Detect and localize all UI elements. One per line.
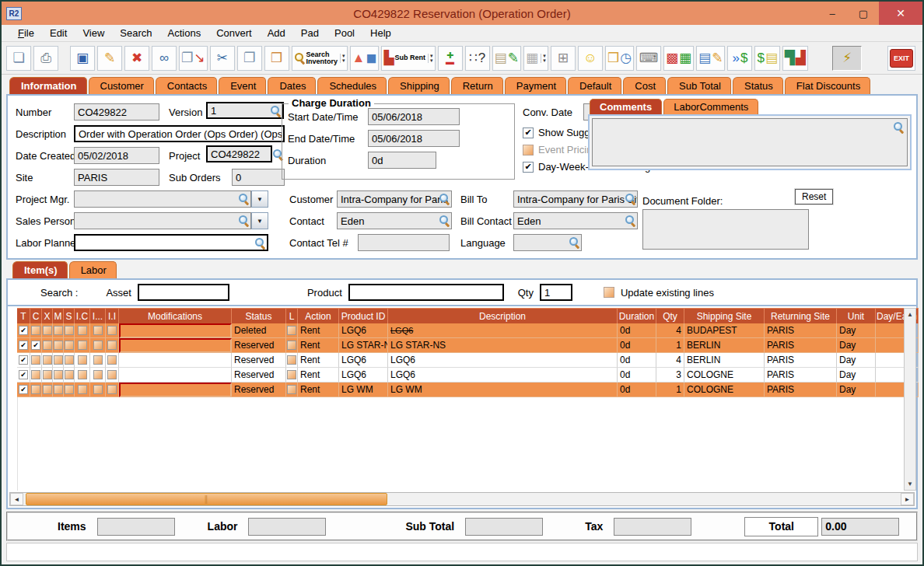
org-chart-button[interactable]: ⊞ xyxy=(551,46,576,71)
checkbox-icon[interactable]: ✔ xyxy=(19,355,28,365)
number-field[interactable]: CO429822 xyxy=(74,103,159,121)
menu-item-pad[interactable]: Pad xyxy=(294,26,326,40)
column-header-product-id[interactable]: Product ID xyxy=(339,308,388,323)
checkbox-icon[interactable] xyxy=(78,355,87,365)
l-checkbox-cell[interactable] xyxy=(286,338,298,353)
qty-input[interactable]: 1 xyxy=(540,284,572,301)
keyboard-key-button[interactable]: ⌨ xyxy=(636,46,661,71)
reset-button[interactable]: Reset xyxy=(795,189,833,204)
scroll-up-icon[interactable]: ▲ xyxy=(907,309,913,320)
row-checkbox-cell[interactable] xyxy=(90,368,106,383)
row-checkbox-cell[interactable]: ✔ xyxy=(17,323,30,338)
copy-button[interactable]: ❐ xyxy=(237,46,262,71)
table-row[interactable]: ✔ReservedRentLGQ6LGQ60d3COLOGNEPARISDay xyxy=(17,368,904,383)
row-checkbox-cell[interactable] xyxy=(30,353,42,368)
row-checkbox-cell[interactable] xyxy=(64,353,75,368)
language-search-icon[interactable] xyxy=(569,236,580,248)
scroll-left-icon[interactable]: ◄ xyxy=(10,493,23,505)
tab-dates[interactable]: Dates xyxy=(268,77,316,94)
column-header-i-i[interactable]: I.I xyxy=(106,308,119,323)
menu-item-edit[interactable]: Edit xyxy=(43,26,74,40)
checkbox-icon[interactable] xyxy=(93,341,103,350)
column-header-modifications[interactable]: Modifications xyxy=(119,308,232,323)
checkbox-icon[interactable] xyxy=(54,370,63,379)
checkbox-icon[interactable] xyxy=(107,341,117,350)
total-button[interactable]: Total xyxy=(744,517,818,536)
row-checkbox-cell[interactable] xyxy=(90,353,106,368)
exit-button[interactable]: EXIT xyxy=(887,46,915,71)
checkbox-icon[interactable] xyxy=(287,370,296,379)
sub-rent-button[interactable]: ▙Sub Rent▾▾ xyxy=(381,46,435,71)
checkbox-icon[interactable] xyxy=(93,355,103,365)
checkbox-icon[interactable] xyxy=(31,385,40,394)
bill-contact-field[interactable]: Eden xyxy=(513,212,638,229)
row-checkbox-cell[interactable] xyxy=(106,323,119,338)
row-checkbox-cell[interactable]: ✔ xyxy=(17,338,30,353)
column-header-unit[interactable]: Unit xyxy=(837,308,876,323)
menu-item-file[interactable]: File xyxy=(11,26,41,40)
row-checkbox-cell[interactable]: ✔ xyxy=(17,368,30,383)
calendar-button[interactable]: ▦▾▾ xyxy=(523,46,548,71)
row-checkbox-cell[interactable] xyxy=(53,323,64,338)
checkbox-icon[interactable] xyxy=(287,326,296,335)
horizontal-scrollbar[interactable]: ◄ ║ ► xyxy=(9,492,915,506)
menu-item-pool[interactable]: Pool xyxy=(327,26,362,40)
checkbox-icon[interactable]: ✔ xyxy=(19,370,28,379)
sub-orders-field[interactable]: 0 xyxy=(232,169,285,186)
column-header-t[interactable]: T xyxy=(17,308,30,323)
checkbox-icon[interactable] xyxy=(54,355,63,365)
row-checkbox-cell[interactable]: ✔ xyxy=(30,338,42,353)
shapes-button[interactable]: ▲◼ xyxy=(350,46,380,71)
tab-labor[interactable]: Labor xyxy=(69,261,117,278)
checkbox-icon[interactable]: ✔ xyxy=(523,128,534,138)
row-checkbox-cell[interactable] xyxy=(42,383,53,397)
tab-status[interactable]: Status xyxy=(733,77,783,94)
customer-field[interactable]: Intra-Company for Paris Site xyxy=(337,190,452,208)
menu-item-help[interactable]: Help xyxy=(363,26,398,40)
checkbox-icon[interactable] xyxy=(93,326,103,335)
column-header-returning-site[interactable]: Returning Site xyxy=(765,308,837,323)
bill-to-search-icon[interactable] xyxy=(625,193,636,204)
dropdown-arrows-icon[interactable]: ▾▾ xyxy=(340,54,345,63)
row-checkbox-cell[interactable] xyxy=(90,383,106,397)
column-header-x[interactable]: X xyxy=(42,308,53,323)
search-inventory-button[interactable]: Search Inventory▾▾ xyxy=(292,46,348,71)
options-question-button[interactable]: ∷? xyxy=(465,46,490,71)
dropdown-arrows-icon[interactable]: ▾▾ xyxy=(541,54,546,63)
row-checkbox-cell[interactable] xyxy=(30,368,42,383)
tab-payment[interactable]: Payment xyxy=(505,77,566,94)
project-field[interactable]: CO429822 xyxy=(206,145,272,162)
checkbox-icon[interactable]: ✔ xyxy=(19,341,28,350)
tab-contacts[interactable]: Contacts xyxy=(156,77,217,94)
site-field[interactable]: PARIS xyxy=(74,169,159,186)
checkbox-icon[interactable] xyxy=(43,385,52,394)
delete-button[interactable]: ✖ xyxy=(124,46,149,71)
edit-pencil-button[interactable]: ✎ xyxy=(97,46,122,71)
table-row[interactable]: ✔ReservedRentLGQ6LGQ60d4BERLINPARISDay xyxy=(17,353,904,368)
language-field[interactable] xyxy=(513,234,582,251)
product-input[interactable] xyxy=(348,284,504,301)
row-checkbox-cell[interactable] xyxy=(53,338,64,353)
checkbox-icon[interactable] xyxy=(78,370,87,379)
row-checkbox-cell[interactable] xyxy=(106,368,119,383)
checkbox-icon[interactable] xyxy=(54,385,63,394)
l-checkbox-cell[interactable] xyxy=(286,368,298,383)
checkbox-icon[interactable] xyxy=(65,341,74,350)
checkbox-icon[interactable] xyxy=(107,326,117,335)
column-header-i-c[interactable]: I.C xyxy=(75,308,90,323)
row-checkbox-cell[interactable] xyxy=(64,383,75,397)
row-checkbox-cell[interactable] xyxy=(30,323,42,338)
close-button[interactable]: ✕ xyxy=(879,2,922,25)
smiley-button[interactable]: ☺ xyxy=(578,46,603,71)
row-checkbox-cell[interactable] xyxy=(30,383,42,397)
row-checkbox-cell[interactable] xyxy=(106,383,119,397)
tab-cost[interactable]: Cost xyxy=(623,77,666,94)
minimize-button[interactable]: – xyxy=(817,2,848,25)
checkbox-icon[interactable] xyxy=(65,385,74,394)
start-date-field[interactable]: 05/06/2018 xyxy=(368,108,460,125)
customer-search-icon[interactable] xyxy=(439,193,450,204)
labor-planner-search-icon[interactable] xyxy=(254,237,266,249)
checkbox-icon[interactable] xyxy=(43,341,52,350)
paste-button[interactable]: ❒ xyxy=(264,46,289,71)
column-header-shipping-site[interactable]: Shipping Site xyxy=(684,308,765,323)
